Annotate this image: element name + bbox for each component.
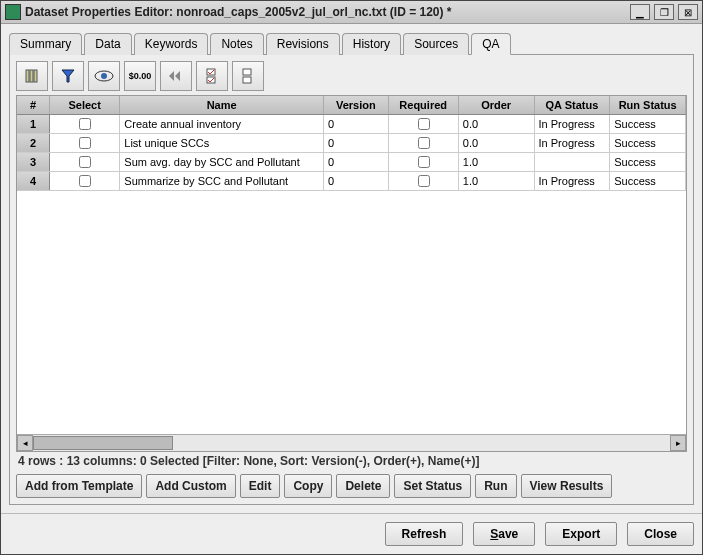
tab-notes[interactable]: Notes bbox=[210, 33, 263, 55]
svg-rect-0 bbox=[26, 70, 29, 82]
cell-select[interactable] bbox=[50, 172, 120, 190]
row-checkbox[interactable] bbox=[79, 175, 91, 187]
columns-button[interactable] bbox=[16, 61, 48, 91]
select-all-button[interactable] bbox=[196, 61, 228, 91]
table-status-text: 4 rows : 13 columns: 0 Selected [Filter:… bbox=[16, 452, 687, 470]
cell-required[interactable] bbox=[389, 153, 459, 171]
cell-run-status[interactable]: Success bbox=[610, 153, 686, 171]
cell-name[interactable]: Create annual inventory bbox=[120, 115, 324, 133]
col-header-qa-status[interactable]: QA Status bbox=[535, 96, 611, 114]
cell-run-status[interactable]: Success bbox=[610, 134, 686, 152]
cell-select[interactable] bbox=[50, 134, 120, 152]
cell-qa-status[interactable] bbox=[535, 153, 611, 171]
reset-button[interactable] bbox=[160, 61, 192, 91]
cell-name[interactable]: Sum avg. day by SCC and Pollutant bbox=[120, 153, 324, 171]
cell-required[interactable] bbox=[389, 115, 459, 133]
table-row[interactable]: 4 Summarize by SCC and Pollutant 0 1.0 I… bbox=[17, 172, 686, 191]
scroll-thumb[interactable] bbox=[33, 436, 173, 450]
copy-button[interactable]: Copy bbox=[284, 474, 332, 498]
row-checkbox[interactable] bbox=[79, 156, 91, 168]
required-checkbox[interactable] bbox=[418, 118, 430, 130]
svg-rect-1 bbox=[30, 70, 33, 82]
row-num: 4 bbox=[17, 172, 50, 190]
tab-history[interactable]: History bbox=[342, 33, 401, 55]
scroll-left-button[interactable]: ◂ bbox=[17, 435, 33, 451]
add-from-template-button[interactable]: Add from Template bbox=[16, 474, 142, 498]
edit-button[interactable]: Edit bbox=[240, 474, 281, 498]
col-header-required[interactable]: Required bbox=[389, 96, 459, 114]
cell-order[interactable]: 1.0 bbox=[459, 153, 535, 171]
row-checkbox[interactable] bbox=[79, 118, 91, 130]
required-checkbox[interactable] bbox=[418, 175, 430, 187]
deselect-all-button[interactable] bbox=[232, 61, 264, 91]
scroll-track[interactable] bbox=[33, 435, 670, 451]
tab-keywords[interactable]: Keywords bbox=[134, 33, 209, 55]
delete-button[interactable]: Delete bbox=[336, 474, 390, 498]
table-row[interactable]: 3 Sum avg. day by SCC and Pollutant 0 1.… bbox=[17, 153, 686, 172]
cell-run-status[interactable]: Success bbox=[610, 115, 686, 133]
close-window-button[interactable]: ⊠ bbox=[678, 4, 698, 20]
row-num: 1 bbox=[17, 115, 50, 133]
col-header-select[interactable]: Select bbox=[50, 96, 120, 114]
cell-required[interactable] bbox=[389, 134, 459, 152]
tab-bar: Summary Data Keywords Notes Revisions Hi… bbox=[9, 32, 694, 54]
close-button[interactable]: Close bbox=[627, 522, 694, 546]
table-row[interactable]: 1 Create annual inventory 0 0.0 In Progr… bbox=[17, 115, 686, 134]
cell-version[interactable]: 0 bbox=[324, 115, 389, 133]
col-header-run-status[interactable]: Run Status bbox=[610, 96, 686, 114]
set-status-button[interactable]: Set Status bbox=[394, 474, 471, 498]
row-checkbox[interactable] bbox=[79, 137, 91, 149]
col-header-num[interactable]: # bbox=[17, 96, 50, 114]
cell-qa-status[interactable]: In Progress bbox=[535, 115, 611, 133]
qa-table: # Select Name Version Required Order QA … bbox=[16, 95, 687, 452]
view-results-button[interactable]: View Results bbox=[521, 474, 613, 498]
col-header-version[interactable]: Version bbox=[324, 96, 389, 114]
cell-qa-status[interactable]: In Progress bbox=[535, 134, 611, 152]
cell-version[interactable]: 0 bbox=[324, 153, 389, 171]
cell-order[interactable]: 0.0 bbox=[459, 115, 535, 133]
add-custom-button[interactable]: Add Custom bbox=[146, 474, 235, 498]
view-button[interactable] bbox=[88, 61, 120, 91]
cell-qa-status[interactable]: In Progress bbox=[535, 172, 611, 190]
svg-point-5 bbox=[101, 73, 107, 79]
run-button[interactable]: Run bbox=[475, 474, 516, 498]
cell-name[interactable]: Summarize by SCC and Pollutant bbox=[120, 172, 324, 190]
cell-version[interactable]: 0 bbox=[324, 134, 389, 152]
format-button[interactable]: $0.00 bbox=[124, 61, 156, 91]
cell-order[interactable]: 1.0 bbox=[459, 172, 535, 190]
tab-revisions[interactable]: Revisions bbox=[266, 33, 340, 55]
cell-select[interactable] bbox=[50, 115, 120, 133]
filter-button[interactable] bbox=[52, 61, 84, 91]
svg-rect-11 bbox=[243, 77, 251, 83]
save-button[interactable]: Save bbox=[473, 522, 535, 546]
tab-qa[interactable]: QA bbox=[471, 33, 510, 55]
cell-run-status[interactable]: Success bbox=[610, 172, 686, 190]
export-button[interactable]: Export bbox=[545, 522, 617, 546]
refresh-button[interactable]: Refresh bbox=[385, 522, 464, 546]
col-header-name[interactable]: Name bbox=[120, 96, 324, 114]
qa-panel: $0.00 # Select Name Version Required Ord… bbox=[9, 54, 694, 505]
table-row[interactable]: 2 List unique SCCs 0 0.0 In Progress Suc… bbox=[17, 134, 686, 153]
maximize-button[interactable]: ❐ bbox=[654, 4, 674, 20]
svg-marker-7 bbox=[175, 71, 180, 81]
row-num: 2 bbox=[17, 134, 50, 152]
svg-marker-6 bbox=[169, 71, 174, 81]
cell-required[interactable] bbox=[389, 172, 459, 190]
cell-name[interactable]: List unique SCCs bbox=[120, 134, 324, 152]
titlebar: Dataset Properties Editor: nonroad_caps_… bbox=[1, 1, 702, 24]
required-checkbox[interactable] bbox=[418, 137, 430, 149]
cell-order[interactable]: 0.0 bbox=[459, 134, 535, 152]
required-checkbox[interactable] bbox=[418, 156, 430, 168]
scroll-right-button[interactable]: ▸ bbox=[670, 435, 686, 451]
tab-summary[interactable]: Summary bbox=[9, 33, 82, 55]
cell-version[interactable]: 0 bbox=[324, 172, 389, 190]
content-area: Summary Data Keywords Notes Revisions Hi… bbox=[1, 24, 702, 513]
minimize-button[interactable]: ▁ bbox=[630, 4, 650, 20]
col-header-order[interactable]: Order bbox=[459, 96, 535, 114]
row-num: 3 bbox=[17, 153, 50, 171]
tab-data[interactable]: Data bbox=[84, 33, 131, 55]
horizontal-scrollbar[interactable]: ◂ ▸ bbox=[17, 434, 686, 451]
table-header-row: # Select Name Version Required Order QA … bbox=[17, 96, 686, 115]
cell-select[interactable] bbox=[50, 153, 120, 171]
tab-sources[interactable]: Sources bbox=[403, 33, 469, 55]
